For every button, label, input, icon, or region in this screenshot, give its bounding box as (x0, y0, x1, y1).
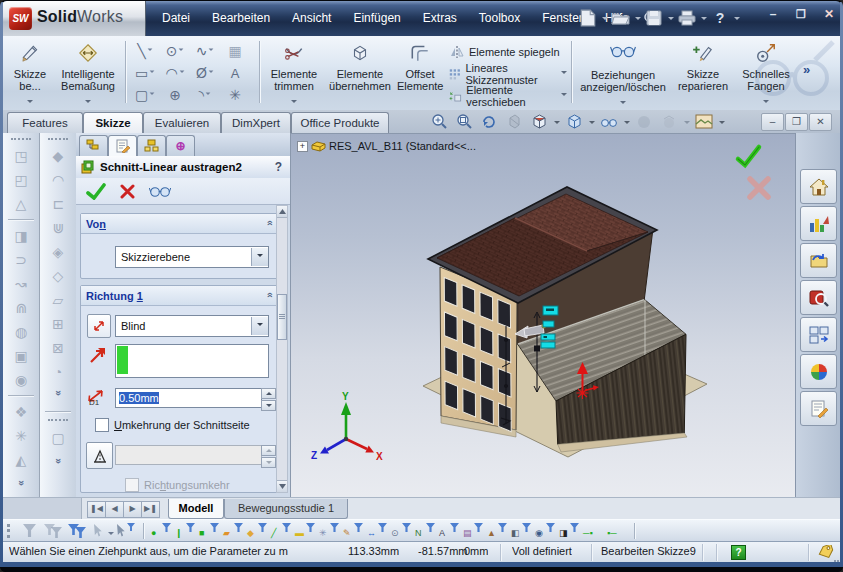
sketch-button[interactable]: Skizze be... (7, 39, 53, 105)
tab-configurationmanager[interactable] (137, 135, 166, 157)
surface-tool-icon[interactable]: ◆ (40, 145, 76, 167)
surface-tool-icon[interactable]: ⋓ (40, 217, 76, 239)
custom-properties-button[interactable] (800, 391, 837, 426)
section-view-icon[interactable] (503, 112, 525, 131)
direction-selection-box[interactable] (115, 344, 269, 378)
linear-pattern-button[interactable]: Lineares Skizzenmuster (449, 63, 567, 85)
appearances-dropdown-icon[interactable] (684, 121, 690, 127)
dropdown-arrow-icon[interactable] (251, 248, 268, 266)
mirror-entities-button[interactable]: Elemente spiegeln (449, 41, 567, 63)
shadows-icon[interactable] (633, 112, 655, 131)
filter-vertices-icon[interactable]: ● (149, 522, 173, 540)
surface-tool-icon[interactable]: ◠ (40, 169, 76, 191)
trim-dropdown-icon[interactable] (291, 100, 297, 106)
filter-routing-point-icon[interactable]: ▪─ (605, 522, 629, 540)
toolbar-more-icon[interactable]: » (40, 455, 76, 466)
hide-show-items-icon[interactable] (598, 112, 620, 131)
select-box-tool-icon[interactable]: ▦ (220, 40, 250, 62)
help-icon[interactable]: ? (709, 8, 731, 28)
smart-dimension-dropdown-icon[interactable] (85, 100, 91, 106)
linear-pattern-dropdown-icon[interactable] (561, 71, 567, 77)
select-filter-cursor-icon[interactable] (114, 522, 138, 540)
feature-tool-icon[interactable]: ↝ (3, 273, 39, 295)
document-minimize-button[interactable]: – (761, 113, 784, 131)
toolbar-more-icon[interactable]: » (3, 477, 39, 488)
tab-skizze[interactable]: Skizze (83, 112, 143, 133)
surface-tool-icon[interactable]: ◇ (40, 265, 76, 287)
zoom-fit-icon[interactable] (428, 112, 450, 131)
help-dropdown-icon[interactable] (734, 17, 740, 23)
tab-propertymanager[interactable] (108, 135, 137, 158)
surface-tool-icon[interactable]: ▱ (40, 289, 76, 311)
tab-featuremanager-tree[interactable] (79, 135, 108, 157)
zoom-area-icon[interactable] (453, 112, 475, 131)
convert-entities-button[interactable]: Elemente übernehmen (327, 39, 393, 105)
panel-scrollbar[interactable] (276, 205, 288, 493)
filter-all-icon[interactable] (66, 522, 90, 540)
filter-solid-icon[interactable]: ◆ (245, 522, 269, 540)
display-style-dropdown-icon[interactable] (589, 121, 595, 127)
smart-dimension-button[interactable]: Intelligente Bemaßung (55, 39, 121, 105)
surface-tool-icon[interactable]: ⊞ (40, 313, 76, 335)
3d-model-canvas[interactable]: Y X Z (291, 134, 794, 496)
spin-down-button[interactable] (261, 400, 276, 411)
tab-office-produkte[interactable]: Office Produkte (291, 112, 389, 133)
open-document-icon[interactable] (610, 8, 632, 28)
surface-tool-icon[interactable]: ◔ (40, 361, 76, 383)
rotate-view-icon[interactable] (478, 112, 500, 131)
window-minimize-button[interactable]: – (761, 6, 785, 23)
toolbar-overflow-button[interactable]: » (803, 62, 810, 77)
tab-scroll-prev-button[interactable]: ◀ (105, 501, 124, 518)
line-tool-icon[interactable]: ╲ (130, 40, 160, 62)
von-plane-dropdown[interactable]: Skizzierebene (115, 246, 269, 268)
toolbar-grip[interactable] (48, 419, 68, 423)
repair-sketch-button[interactable]: Skizze reparieren (673, 39, 733, 105)
search-pane-button[interactable] (800, 280, 837, 315)
appearances-icon[interactable] (658, 112, 680, 131)
filter-midpoint-icon[interactable]: ⊙ (389, 522, 413, 540)
appearances-scenes-button[interactable] (800, 354, 837, 389)
end-condition-dropdown[interactable]: Blind (115, 315, 269, 337)
fillet-tool-icon[interactable]: ◝ (190, 84, 220, 106)
document-close-button[interactable]: ✕ (809, 113, 832, 131)
view-orientation-dropdown-icon[interactable] (554, 121, 560, 127)
dropdown-arrow-icon[interactable] (251, 317, 268, 335)
ok-button[interactable] (86, 183, 106, 200)
spin-up-button[interactable] (261, 388, 276, 399)
spline-tool-icon[interactable]: ∿ (190, 40, 220, 62)
polygon-tool-icon[interactable]: ⊕ (160, 84, 190, 106)
feature-tool-icon[interactable]: ▣ (3, 345, 39, 367)
print-dropdown-icon[interactable] (701, 17, 707, 23)
scroll-up-button[interactable] (277, 206, 287, 218)
feature-tool-icon[interactable]: △ (3, 193, 39, 215)
preview-button[interactable] (149, 185, 171, 198)
filter-edges-icon[interactable]: ❙ (173, 522, 197, 540)
view-orientation-icon[interactable] (528, 112, 550, 131)
menu-ansicht[interactable]: Ansicht (281, 1, 342, 36)
offset-entities-button[interactable]: Offset Elemente (397, 39, 443, 105)
tab-modell[interactable]: Modell (168, 499, 224, 519)
tags-icon[interactable] (817, 545, 835, 559)
quick-tips-icon[interactable]: ? (731, 545, 746, 560)
scroll-down-button[interactable] (277, 480, 287, 492)
cancel-button[interactable] (120, 184, 135, 199)
display-relations-button[interactable]: Beziehungen anzeigen/löschen (577, 39, 669, 105)
filter-points-icon[interactable]: ✳ (317, 522, 341, 540)
tab-scroll-last-button[interactable]: ▶❚ (141, 501, 160, 518)
toolbar-grip[interactable] (11, 138, 31, 142)
depth-input[interactable]: 0.50mm (115, 388, 262, 408)
tab-evaluieren[interactable]: Evaluieren (143, 112, 221, 133)
trim-entities-button[interactable]: Elemente trimmen (265, 39, 323, 105)
tab-scroll-first-button[interactable]: ❚◀ (87, 501, 106, 518)
sketch-dropdown-icon[interactable] (27, 100, 33, 106)
scrollbar-thumb[interactable] (277, 294, 287, 340)
collapse-icon[interactable]: » (264, 221, 275, 226)
feature-tool-icon[interactable]: ⋒ (3, 297, 39, 319)
relations-dropdown-icon[interactable] (620, 101, 626, 107)
filter-surface-icon[interactable]: ▰ (221, 522, 245, 540)
menu-datei[interactable]: Datei (151, 1, 201, 36)
design-library-button[interactable] (800, 206, 837, 241)
toolbar-more-icon[interactable]: » (40, 387, 76, 398)
surface-tool-icon[interactable]: ◈ (40, 241, 76, 263)
surface-tool-icon[interactable]: ⊠ (40, 337, 76, 359)
